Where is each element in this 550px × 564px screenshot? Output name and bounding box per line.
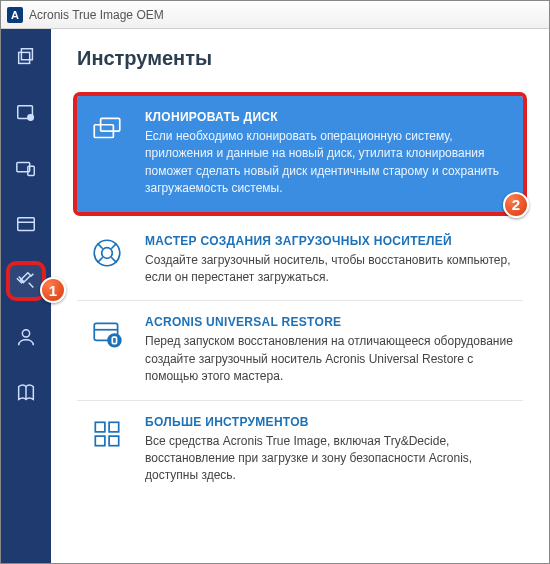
tool-desc: Перед запуском восстановления на отличаю… (145, 333, 513, 385)
tool-desc: Все средства Acronis True Image, включая… (145, 433, 513, 485)
book-icon (15, 382, 37, 404)
svg-rect-1 (19, 52, 30, 63)
shield-monitor-icon (87, 315, 127, 385)
lifebuoy-icon (87, 234, 127, 287)
sidebar-item-backup[interactable] (8, 39, 44, 75)
tool-item-clone-disk[interactable]: КЛОНИРОВАТЬ ДИСК Если необходимо клониро… (77, 96, 523, 212)
page-title: Инструменты (77, 47, 523, 70)
sidebar-item-sync[interactable] (8, 151, 44, 187)
sidebar-item-help[interactable] (8, 375, 44, 411)
svg-rect-23 (109, 422, 119, 432)
svg-rect-22 (95, 422, 105, 432)
main-content: Инструменты КЛОНИРОВАТЬ ДИСК Если необхо… (51, 29, 549, 563)
stack-icon (15, 46, 37, 68)
window-titlebar: A Acronis True Image OEM (1, 1, 549, 29)
svg-rect-5 (28, 166, 34, 175)
app-logo-icon: A (7, 7, 23, 23)
tool-item-more-tools[interactable]: БОЛЬШЕ ИНСТРУМЕНТОВ Все средства Acronis… (77, 401, 523, 499)
sidebar-item-account[interactable] (8, 319, 44, 355)
svg-line-17 (111, 257, 116, 262)
devices-icon (15, 158, 37, 180)
tools-icon (15, 270, 37, 292)
tool-item-universal-restore[interactable]: ACRONIS UNIVERSAL RESTORE Перед запуском… (77, 301, 523, 400)
disk-lock-icon (15, 102, 37, 124)
callout-badge-2: 2 (503, 192, 529, 218)
tool-item-rescue-media[interactable]: МАСТЕР СОЗДАНИЯ ЗАГРУЗОЧНЫХ НОСИТЕЛЕЙ Со… (77, 220, 523, 302)
svg-rect-24 (95, 436, 105, 446)
panel-icon (15, 214, 37, 236)
person-icon (15, 326, 37, 348)
grid-icon (87, 415, 127, 485)
sidebar: 1 (1, 29, 51, 563)
svg-point-20 (108, 334, 121, 347)
window-title: Acronis True Image OEM (29, 8, 164, 22)
svg-point-13 (102, 247, 113, 258)
svg-point-8 (22, 330, 29, 337)
sidebar-item-tools[interactable]: 1 (8, 263, 44, 299)
callout-badge-1: 1 (40, 277, 66, 303)
tool-desc: Создайте загрузочный носитель, чтобы вос… (145, 252, 513, 287)
svg-point-3 (28, 115, 34, 121)
svg-rect-0 (21, 49, 32, 60)
svg-line-15 (111, 243, 116, 248)
tool-title: КЛОНИРОВАТЬ ДИСК (145, 110, 513, 124)
clone-disk-icon (87, 110, 127, 198)
sidebar-item-archive[interactable] (8, 95, 44, 131)
svg-line-14 (97, 243, 102, 248)
tool-desc: Если необходимо клонировать операционную… (145, 128, 513, 198)
sidebar-item-dashboard[interactable] (8, 207, 44, 243)
tool-title: МАСТЕР СОЗДАНИЯ ЗАГРУЗОЧНЫХ НОСИТЕЛЕЙ (145, 234, 513, 248)
tool-title: БОЛЬШЕ ИНСТРУМЕНТОВ (145, 415, 513, 429)
svg-line-16 (97, 257, 102, 262)
tool-title: ACRONIS UNIVERSAL RESTORE (145, 315, 513, 329)
svg-rect-6 (18, 218, 35, 231)
svg-rect-25 (109, 436, 119, 446)
